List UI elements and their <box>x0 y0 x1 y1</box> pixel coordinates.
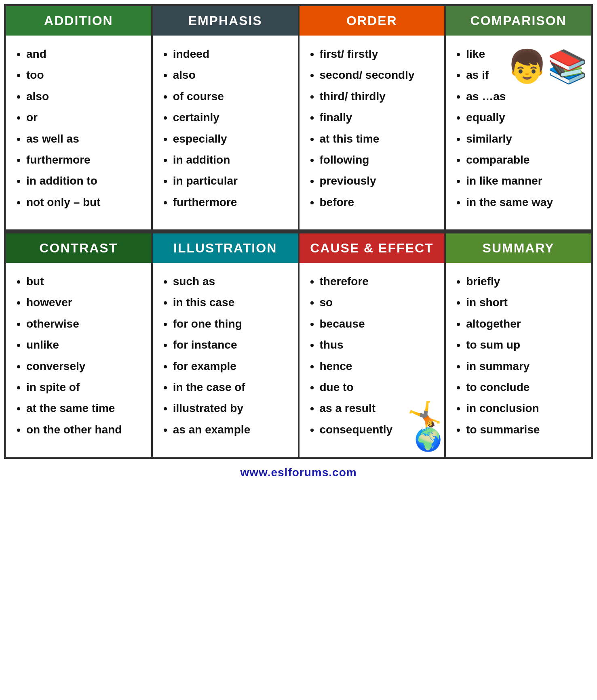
list-item: at the same time <box>26 398 143 419</box>
list-item: furthermore <box>173 192 290 213</box>
list-item: following <box>320 149 437 170</box>
list-emphasis: indeedalsoof coursecertainlyespeciallyin… <box>165 44 290 213</box>
list-item: thus <box>320 334 437 355</box>
list-item: especially <box>173 128 290 149</box>
list-item: as an example <box>173 419 290 440</box>
list-item: in summary <box>466 356 583 377</box>
list-item: indeed <box>173 44 290 65</box>
list-item: certainly <box>173 107 290 128</box>
boy-character-icon: 👦📚 <box>507 48 588 86</box>
list-item: to sum up <box>466 334 583 355</box>
list-item: in like manner <box>466 170 583 191</box>
header-comparison: COMPARISON <box>446 6 591 36</box>
list-item: second/ secondly <box>320 65 437 86</box>
list-item: unlike <box>26 334 143 355</box>
list-item: first/ firstly <box>320 44 437 65</box>
list-item: in short <box>466 292 583 313</box>
section-cause: CAUSE & EFFECT thereforesobecausethushen… <box>299 233 445 458</box>
content-grid: ADDITION andtooalsooras well asfurthermo… <box>4 4 593 459</box>
list-item: such as <box>173 271 290 292</box>
body-illustration: such asin this casefor one thingfor inst… <box>153 263 298 457</box>
list-summary: brieflyin shortaltogetherto sum upin sum… <box>458 271 583 440</box>
header-addition: ADDITION <box>6 6 151 36</box>
footer: www.eslforums.com <box>4 459 593 486</box>
body-emphasis: indeedalsoof coursecertainlyespeciallyin… <box>153 36 298 229</box>
list-item: for example <box>173 356 290 377</box>
list-item: before <box>320 192 437 213</box>
list-item: otherwise <box>26 313 143 334</box>
list-order: first/ firstlysecond/ secondlythird/ thi… <box>312 44 437 213</box>
body-contrast: buthoweverotherwiseunlikeconverselyin sp… <box>6 263 151 457</box>
earth-character-icon: 🌍 <box>414 427 442 453</box>
list-item: to conclude <box>466 377 583 398</box>
list-item: in particular <box>173 170 290 191</box>
list-item: so <box>320 292 437 313</box>
list-item: therefore <box>320 271 437 292</box>
list-item: finally <box>320 107 437 128</box>
header-order: ORDER <box>300 6 445 36</box>
section-contrast: CONTRAST buthoweverotherwiseunlikeconver… <box>5 233 152 458</box>
header-cause: CAUSE & EFFECT <box>300 233 445 263</box>
list-item: at this time <box>320 128 437 149</box>
list-item: third/ thirdly <box>320 86 437 107</box>
list-item: equally <box>466 107 583 128</box>
list-item: in the case of <box>173 377 290 398</box>
body-cause: thereforesobecausethushencedue toas a re… <box>300 263 445 457</box>
list-contrast: buthoweverotherwiseunlikeconverselyin sp… <box>18 271 143 440</box>
list-item: in addition to <box>26 170 143 191</box>
header-summary: SUMMARY <box>446 233 591 263</box>
list-item: for one thing <box>173 313 290 334</box>
list-item: of course <box>173 86 290 107</box>
section-order: ORDER first/ firstlysecond/ secondlythir… <box>299 5 445 230</box>
list-item: as well as <box>26 128 143 149</box>
section-emphasis: EMPHASIS indeedalsoof coursecertainlyesp… <box>152 5 299 230</box>
list-item: briefly <box>466 271 583 292</box>
main-container: ADDITION andtooalsooras well asfurthermo… <box>0 0 597 490</box>
list-item: for instance <box>173 334 290 355</box>
header-contrast: CONTRAST <box>6 233 151 263</box>
list-item: conversely <box>26 356 143 377</box>
section-comparison: COMPARISON likeas ifas …asequallysimilar… <box>445 5 592 230</box>
list-item: similarly <box>466 128 583 149</box>
list-item: hence <box>320 356 437 377</box>
list-item: as …as <box>466 86 583 107</box>
list-item: altogether <box>466 313 583 334</box>
list-item: illustrated by <box>173 398 290 419</box>
list-item: not only – but <box>26 192 143 213</box>
list-item: in addition <box>173 149 290 170</box>
list-item: also <box>26 86 143 107</box>
list-item: and <box>26 44 143 65</box>
list-item: in the same way <box>466 192 583 213</box>
body-comparison: likeas ifas …asequallysimilarlycomparabl… <box>446 36 591 229</box>
section-summary: SUMMARY brieflyin shortaltogetherto sum … <box>445 233 592 458</box>
list-item: because <box>320 313 437 334</box>
list-item: or <box>26 107 143 128</box>
list-item: previously <box>320 170 437 191</box>
section-addition: ADDITION andtooalsooras well asfurthermo… <box>5 5 152 230</box>
list-item: on the other hand <box>26 419 143 440</box>
list-item: too <box>26 65 143 86</box>
list-item: to summarise <box>466 419 583 440</box>
list-illustration: such asin this casefor one thingfor inst… <box>165 271 290 440</box>
list-item: also <box>173 65 290 86</box>
header-emphasis: EMPHASIS <box>153 6 298 36</box>
body-summary: brieflyin shortaltogetherto sum upin sum… <box>446 263 591 457</box>
list-item: in spite of <box>26 377 143 398</box>
list-item: in conclusion <box>466 398 583 419</box>
list-item: but <box>26 271 143 292</box>
list-item: due to <box>320 377 437 398</box>
list-item: furthermore <box>26 149 143 170</box>
list-addition: andtooalsooras well asfurthermorein addi… <box>18 44 143 213</box>
section-illustration: ILLUSTRATION such asin this casefor one … <box>152 233 299 458</box>
list-item: however <box>26 292 143 313</box>
body-addition: andtooalsooras well asfurthermorein addi… <box>6 36 151 229</box>
list-item: in this case <box>173 292 290 313</box>
header-illustration: ILLUSTRATION <box>153 233 298 263</box>
list-item: comparable <box>466 149 583 170</box>
body-order: first/ firstlysecond/ secondlythird/ thi… <box>300 36 445 229</box>
